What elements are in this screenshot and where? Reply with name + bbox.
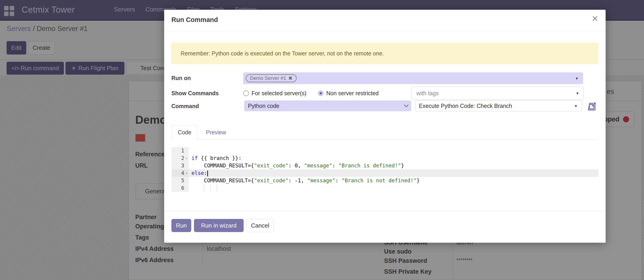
editor-line-6: 6 [172,184,598,192]
tab-preview[interactable]: Preview [197,125,235,139]
editor-code-line[interactable]: COMMAND_RESULT={"exit_code": 0, "message… [189,162,598,169]
editor-line-4: 4▾else: [172,169,598,177]
editor-code-line[interactable]: if {{ branch }}: [189,155,598,162]
code-editor[interactable]: 12▾if {{ branch }}:3 COMMAND_RESULT={"ex… [172,147,598,195]
editor-code-line[interactable] [189,184,598,192]
editor-line-3: 3 COMMAND_RESULT={"exit_code": 0, "messa… [172,162,598,169]
radio-off-icon[interactable] [243,90,249,96]
show-commands-label: Show Commands [172,90,219,97]
warning-banner: Remember: Python code is executed on the… [171,43,598,64]
editor-line-5: 5 COMMAND_RESULT={"exit_code": -1, "mess… [172,177,598,184]
modal-header: Run Command ✕ [164,10,606,31]
tab-code[interactable]: Code [172,125,197,139]
run-button[interactable]: Run [172,219,191,232]
close-icon[interactable]: ✕ [592,15,598,23]
with-tags-select[interactable]: with tags ▾ [412,87,584,100]
editor-gutter: 5 [172,177,189,184]
external-link-icon[interactable] [588,101,597,111]
editor-code-line[interactable]: COMMAND_RESULT={"exit_code": -1, "messag… [189,177,598,184]
radio-on-icon[interactable] [318,90,324,96]
editor-line-2: 2▾if {{ branch }}: [172,155,598,162]
editor-line-1: 1 [172,147,598,155]
modal-title: Run Command [172,16,218,24]
editor-code-line[interactable]: else: [189,169,598,177]
text-cursor [207,171,208,176]
radio-non-server-restricted[interactable]: Non server restricted [318,90,379,97]
run-in-wizard-button[interactable]: Run in wizard [194,219,244,232]
chevron-down-icon: ▾ [576,91,578,96]
run-command-modal: Run Command ✕ Remember: Python code is e… [164,10,606,243]
editor-gutter: 2▾ [172,155,189,162]
cancel-button[interactable]: Cancel [246,219,274,232]
command-label: Command [172,103,199,109]
radio-for-selected-servers[interactable]: For selected server(s) [243,90,306,97]
editor-gutter: 4▾ [172,169,189,177]
remove-tag-icon[interactable]: ✖ [288,76,292,81]
chevron-down-icon: ▾ [576,76,578,81]
command-select[interactable]: Execute Python Code: Check Branch ▾ [415,100,582,111]
command-type-select[interactable]: Python code [244,100,411,111]
fold-arrow-icon[interactable]: ▾ [184,169,189,177]
run-on-select[interactable]: Demo Server #1 ✖ ▾ [243,72,583,84]
editor-gutter: 3 [172,162,189,169]
editor-gutter: 1 [172,147,189,155]
chevron-down-icon [404,103,408,107]
fold-arrow-icon[interactable]: ▾ [184,155,189,162]
chevron-down-icon: ▾ [575,103,577,108]
editor-gutter: 6 [172,184,189,192]
editor-code-line[interactable] [189,147,598,155]
tabbar-divider [172,139,598,139]
run-on-label: Run on [172,75,191,81]
run-on-tag-chip[interactable]: Demo Server #1 ✖ [246,74,297,82]
